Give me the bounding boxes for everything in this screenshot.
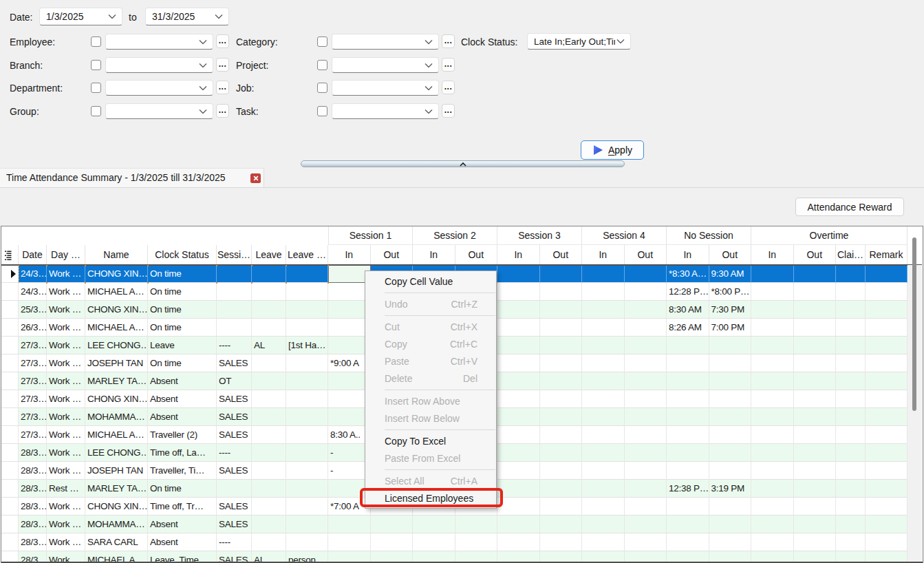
- cell-s4in[interactable]: [582, 516, 625, 533]
- cell-otout[interactable]: [794, 390, 837, 408]
- cell-s3out[interactable]: [540, 390, 583, 408]
- cell-leave[interactable]: [252, 444, 286, 462]
- cell-leave2[interactable]: [286, 354, 328, 372]
- cell-otin[interactable]: [751, 372, 794, 390]
- menu-item-copy-cell-value[interactable]: Copy Cell Value: [365, 273, 496, 290]
- cell-leave[interactable]: [252, 533, 286, 551]
- cell-day[interactable]: Work …: [47, 426, 85, 444]
- date-from-combobox[interactable]: 1/3/2025: [39, 8, 122, 25]
- cell-s4out[interactable]: [625, 283, 667, 301]
- filter-browse-button-project[interactable]: ...: [442, 58, 455, 72]
- cell-remark[interactable]: [866, 426, 907, 444]
- cell-s4out[interactable]: [625, 426, 667, 444]
- cell-nsout[interactable]: [709, 390, 752, 408]
- cell-leave2[interactable]: [286, 516, 328, 533]
- clock-status-combobox[interactable]: Late In;Early Out;Tim: [527, 33, 631, 50]
- cell-s4out[interactable]: [625, 390, 667, 408]
- cell-day[interactable]: Work …: [47, 408, 85, 426]
- cell-s3in[interactable]: [497, 372, 540, 390]
- cell-remark[interactable]: [866, 408, 907, 426]
- cell-leave[interactable]: [252, 354, 286, 372]
- cell-s4out[interactable]: [625, 265, 667, 283]
- cell-nsin[interactable]: 12:28 P…: [667, 283, 709, 301]
- menu-item-paste[interactable]: PasteCtrl+V: [365, 353, 496, 370]
- cell-clock[interactable]: Absent: [148, 516, 217, 533]
- cell-nsout[interactable]: [709, 533, 752, 551]
- cell-nsout[interactable]: [709, 444, 752, 462]
- cell-otin[interactable]: [751, 462, 794, 480]
- filter-combobox-project[interactable]: [332, 57, 439, 73]
- column-header-nsin[interactable]: In: [667, 245, 709, 264]
- column-header-s4out[interactable]: Out: [625, 245, 667, 264]
- cell-nsin[interactable]: [667, 354, 709, 372]
- cell-nsout[interactable]: 7:00 PM: [709, 319, 752, 337]
- menu-item-copy[interactable]: CopyCtrl+C: [365, 336, 496, 353]
- cell-remark[interactable]: [866, 337, 907, 354]
- cell-s4out[interactable]: [625, 354, 667, 372]
- cell-otout[interactable]: [794, 462, 837, 480]
- cell-s4out[interactable]: [625, 301, 667, 319]
- cell-s2out[interactable]: [455, 516, 498, 533]
- cell-nsin[interactable]: [667, 533, 709, 551]
- cell-leave2[interactable]: [286, 480, 328, 498]
- cell-otin[interactable]: [751, 533, 794, 551]
- cell-s3in[interactable]: [497, 319, 540, 337]
- cell-name[interactable]: CHONG XIN…: [85, 265, 148, 283]
- cell-date[interactable]: 27/3…: [19, 408, 47, 426]
- column-header-clai[interactable]: Clai…: [836, 245, 866, 264]
- cell-name[interactable]: MARLEY TA…: [85, 372, 148, 390]
- cell-otin[interactable]: [751, 498, 794, 516]
- filter-combobox-group[interactable]: [105, 103, 213, 119]
- cell-s4in[interactable]: [582, 283, 625, 301]
- cell-leave[interactable]: [252, 516, 286, 533]
- cell-s3in[interactable]: [497, 498, 540, 516]
- cell-nsin[interactable]: 12:38 P…: [667, 480, 709, 498]
- cell-clai[interactable]: [836, 301, 866, 319]
- menu-item-insert-row-above[interactable]: Insert Row Above: [365, 393, 496, 410]
- cell-date[interactable]: 28/3…: [19, 480, 47, 498]
- cell-s4out[interactable]: [625, 516, 667, 533]
- cell-s3in[interactable]: [497, 408, 540, 426]
- cell-clock[interactable]: Time off, La…: [148, 444, 217, 462]
- cell-s4in[interactable]: [582, 301, 625, 319]
- cell-s3out[interactable]: [540, 319, 583, 337]
- cell-otout[interactable]: [794, 354, 837, 372]
- cell-s3out[interactable]: [540, 516, 583, 533]
- cell-date[interactable]: 28/3…: [19, 516, 47, 533]
- cell-s4out[interactable]: [625, 444, 667, 462]
- cell-remark[interactable]: [866, 354, 907, 372]
- cell-s4in[interactable]: [582, 390, 625, 408]
- cell-s4in[interactable]: [582, 354, 625, 372]
- cell-sessi[interactable]: OT: [217, 372, 252, 390]
- cell-clai[interactable]: [836, 319, 866, 337]
- cell-leave[interactable]: [252, 498, 286, 516]
- cell-s3out[interactable]: [540, 301, 583, 319]
- cell-s4out[interactable]: [625, 408, 667, 426]
- cell-s4in[interactable]: [582, 480, 625, 498]
- cell-clai[interactable]: [836, 426, 866, 444]
- cell-otout[interactable]: [794, 283, 837, 301]
- cell-date[interactable]: 27/3…: [19, 337, 47, 354]
- cell-name[interactable]: MICHAEL A…: [85, 319, 148, 337]
- filter-checkbox-department[interactable]: [91, 83, 101, 93]
- cell-leave2[interactable]: [286, 498, 328, 516]
- cell-nsout[interactable]: [709, 498, 752, 516]
- cell-date[interactable]: 25/3…: [19, 301, 47, 319]
- filter-browse-button-branch[interactable]: ...: [216, 58, 229, 72]
- cell-name[interactable]: CHONG XIN…: [85, 390, 148, 408]
- cell-leave[interactable]: [252, 372, 286, 390]
- menu-item-paste-from-excel[interactable]: Paste From Excel: [365, 450, 496, 467]
- filter-combobox-employee[interactable]: [105, 34, 213, 50]
- cell-nsout[interactable]: [709, 516, 752, 533]
- cell-clai[interactable]: [836, 533, 866, 551]
- cell-s3out[interactable]: [540, 372, 583, 390]
- cell-sessi[interactable]: SALES: [217, 462, 252, 480]
- cell-leave[interactable]: [252, 265, 286, 283]
- cell-leave2[interactable]: [286, 265, 328, 283]
- cell-sessi[interactable]: [217, 301, 252, 319]
- cell-clock[interactable]: On time: [148, 283, 217, 301]
- cell-s3in[interactable]: [497, 301, 540, 319]
- cell-s4out[interactable]: [625, 372, 667, 390]
- cell-otin[interactable]: [751, 516, 794, 533]
- cell-name[interactable]: MICHAEL A…: [85, 283, 148, 301]
